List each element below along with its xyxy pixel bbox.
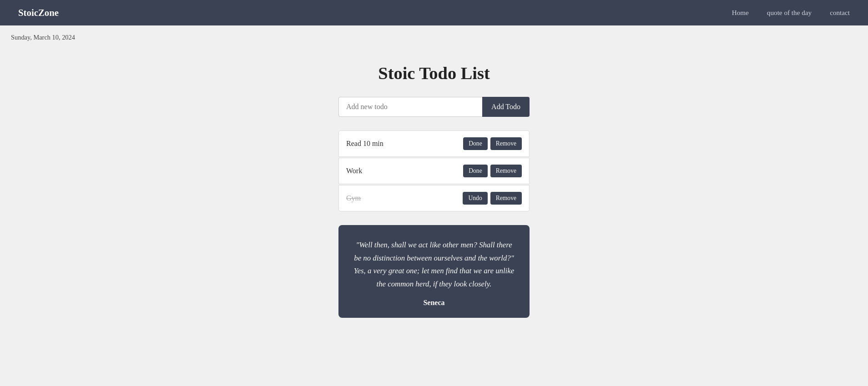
- todo-done-button-2[interactable]: Done: [463, 165, 487, 177]
- todo-item-3: Gym Undo Remove: [338, 185, 530, 211]
- nav-item-quote[interactable]: quote of the day: [767, 9, 812, 17]
- todo-text-2: Work: [346, 167, 362, 175]
- add-todo-row: Add Todo: [338, 97, 530, 117]
- todo-done-button-1[interactable]: Done: [463, 137, 487, 150]
- add-todo-button[interactable]: Add Todo: [482, 97, 530, 117]
- brand-logo[interactable]: StoicZone: [18, 7, 59, 18]
- todo-text-3: Gym: [346, 194, 361, 202]
- nav-item-contact[interactable]: contact: [830, 9, 850, 17]
- todo-list: Read 10 min Done Remove Work Done Remove…: [338, 130, 530, 211]
- quote-box: "Well then, shall we act like other men?…: [338, 225, 530, 318]
- current-date: Sunday, March 10, 2024: [11, 34, 75, 41]
- nav-link-home[interactable]: Home: [732, 9, 749, 16]
- quote-text: "Well then, shall we act like other men?…: [352, 239, 516, 291]
- todo-buttons-1: Done Remove: [463, 137, 522, 150]
- todo-buttons-2: Done Remove: [463, 165, 522, 177]
- date-bar: Sunday, March 10, 2024: [0, 25, 868, 45]
- todo-text-1: Read 10 min: [346, 140, 384, 148]
- page-title: Stoic Todo List: [378, 63, 490, 83]
- navbar: StoicZone Home quote of the day contact: [0, 0, 868, 25]
- main-content: Stoic Todo List Add Todo Read 10 min Don…: [0, 45, 868, 345]
- nav-links: Home quote of the day contact: [732, 9, 850, 17]
- todo-remove-button-2[interactable]: Remove: [490, 165, 522, 177]
- todo-remove-button-3[interactable]: Remove: [490, 192, 522, 205]
- add-todo-input[interactable]: [338, 97, 482, 117]
- nav-link-quote[interactable]: quote of the day: [767, 9, 812, 16]
- todo-item-2: Work Done Remove: [338, 158, 530, 184]
- todo-buttons-3: Undo Remove: [463, 192, 522, 205]
- nav-link-contact[interactable]: contact: [830, 9, 850, 16]
- todo-remove-button-1[interactable]: Remove: [490, 137, 522, 150]
- nav-item-home[interactable]: Home: [732, 9, 749, 17]
- todo-undo-button-3[interactable]: Undo: [463, 192, 487, 205]
- todo-item-1: Read 10 min Done Remove: [338, 130, 530, 157]
- quote-author: Seneca: [352, 299, 516, 307]
